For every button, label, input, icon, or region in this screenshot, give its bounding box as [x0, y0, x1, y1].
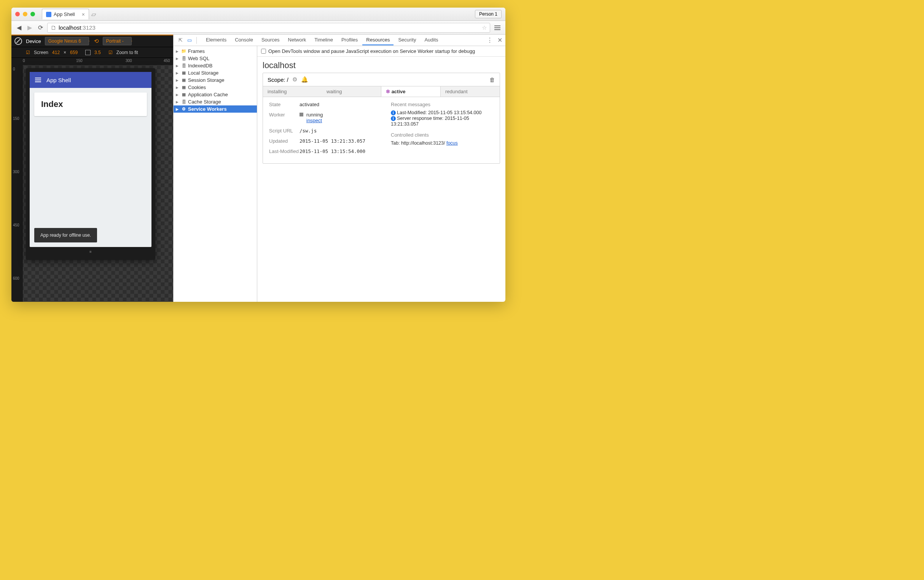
separator — [196, 37, 197, 44]
script-url: /sw.js — [300, 128, 383, 133]
forward-button[interactable]: ▶ — [26, 24, 33, 31]
sw-tab-installing[interactable]: installing — [263, 86, 322, 97]
sw-tab-waiting[interactable]: waiting — [322, 86, 381, 97]
tree-item-application-cache[interactable]: ▶▦Application Cache — [173, 91, 257, 98]
gear-icon[interactable]: ⚙ — [292, 76, 297, 83]
ruler-tick: 150 — [76, 59, 82, 63]
close-window-button[interactable] — [15, 12, 20, 16]
favicon-icon — [46, 12, 51, 17]
maximize-window-button[interactable] — [30, 12, 35, 16]
screen-checkbox[interactable]: ☑ — [26, 50, 30, 55]
sw-tab-active[interactable]: ✲ active — [381, 86, 441, 97]
devtools-tab-sources[interactable]: Sources — [258, 35, 283, 45]
devtools-tab-elements[interactable]: Elements — [202, 35, 230, 45]
bell-icon[interactable]: 🔔 — [301, 76, 308, 83]
app-header: App Shell — [30, 72, 152, 88]
devtools-tab-network[interactable]: Network — [284, 35, 310, 45]
titlebar: App Shell × ▱ Person 1 — [12, 8, 506, 21]
state-label: State — [269, 102, 300, 107]
back-button[interactable]: ◀ — [15, 24, 23, 31]
bookmark-star-icon[interactable]: ☆ — [482, 24, 487, 31]
messages-header: Recent messages — [391, 102, 494, 107]
menu-button[interactable] — [493, 24, 502, 32]
startup-label: Open DevTools window and pause JavaScrip… — [268, 48, 475, 54]
sw-state-tabs: installingwaiting✲ activeredundant — [263, 86, 500, 97]
phone-screen[interactable]: App Shell Index App ready for offline us… — [30, 72, 152, 247]
minimize-window-button[interactable] — [23, 12, 27, 16]
startup-option: Open DevTools window and pause JavaScrip… — [257, 46, 506, 57]
dpr-value[interactable]: 3.5 — [94, 50, 101, 55]
hamburger-icon[interactable] — [35, 77, 41, 82]
device-toolbar: Device Google Nexus 6▲▼ ⟲ Portrait -▲▼ — [12, 35, 173, 47]
tree-item-cookies[interactable]: ▶▦Cookies — [173, 84, 257, 91]
more-icon[interactable]: ⋮ — [487, 36, 493, 44]
ruler-tick: 0 — [23, 59, 25, 63]
sw-tab-redundant[interactable]: redundant — [441, 86, 500, 97]
device-mode-panel: Device Google Nexus 6▲▼ ⟲ Portrait -▲▼ ☑… — [12, 35, 173, 302]
toolbar: ◀ ▶ ⟳ 🗋 localhost:3123 ☆ — [12, 21, 506, 35]
tree-item-web-sql[interactable]: ▶🗄Web SQL — [173, 55, 257, 62]
traffic-lights — [15, 12, 35, 16]
focus-link[interactable]: focus — [446, 140, 458, 146]
screen-width[interactable]: 412 — [52, 50, 60, 55]
browser-window: App Shell × ▱ Person 1 ◀ ▶ ⟳ 🗋 localhost… — [12, 8, 506, 302]
devtools-tab-console[interactable]: Console — [231, 35, 257, 45]
toast: App ready for offline use. — [34, 228, 97, 242]
modified-label: Last-Modified — [269, 148, 300, 154]
sw-detail-left: Stateactivated Workerrunninginspect Scri… — [269, 102, 383, 159]
device-mode-icon[interactable]: ▭ — [186, 36, 193, 44]
devtools-tab-timeline[interactable]: Timeline — [311, 35, 337, 45]
ruler-tick: 450 — [164, 59, 170, 63]
devtools-tab-profiles[interactable]: Profiles — [338, 35, 362, 45]
ruler-tick: 300 — [125, 59, 132, 63]
phone-frame: App Shell Index App ready for offline us… — [26, 68, 155, 260]
scope-label: Scope: / — [267, 76, 288, 83]
zoom-checkbox[interactable]: ☑ — [109, 50, 113, 55]
tab-strip: App Shell × ▱ Person 1 — [42, 9, 502, 20]
devtools-tab-audits[interactable]: Audits — [420, 35, 442, 45]
script-label: Script URL — [269, 128, 300, 133]
profile-button[interactable]: Person 1 — [475, 10, 502, 18]
devtools-actions: ⋮ ✕ — [487, 36, 502, 44]
tree-item-frames[interactable]: ▶📁Frames — [173, 48, 257, 55]
client-row: Tab: http://localhost:3123/ focus — [391, 140, 494, 146]
tab-close-button[interactable]: × — [82, 12, 85, 18]
device-label: Device — [26, 38, 41, 44]
horizontal-ruler: 0 150 300 450 — [12, 58, 173, 65]
updated-value: 2015-11-05 13:21:33.057 — [300, 138, 383, 144]
ruler-tick: 600 — [13, 276, 20, 280]
inspect-link[interactable]: inspect — [306, 118, 322, 123]
tree-item-indexeddb[interactable]: ▶🗄IndexedDB — [173, 62, 257, 69]
devtools-tab-security[interactable]: Security — [394, 35, 420, 45]
message-row: iServer response time: 2015-11-05 13:21:… — [391, 115, 494, 127]
rotate-icon[interactable]: ⟲ — [94, 38, 99, 44]
device-select[interactable]: Google Nexus 6 — [45, 37, 89, 45]
close-devtools-icon[interactable]: ✕ — [497, 36, 502, 44]
orientation-select[interactable]: Portrait - — [103, 37, 132, 45]
tree-item-cache-storage[interactable]: ▶🗄Cache Storage — [173, 98, 257, 105]
modified-value: 2015-11-05 13:15:54.000 — [300, 148, 383, 154]
ruler-tick: 0 — [13, 67, 15, 71]
disable-icon[interactable] — [15, 37, 22, 45]
devtools-body: ▶📁Frames▶🗄Web SQL▶🗄IndexedDB▶▦Local Stor… — [173, 46, 506, 302]
reload-button[interactable]: ⟳ — [36, 24, 44, 31]
devtools-tab-resources[interactable]: Resources — [362, 35, 394, 45]
address-bar[interactable]: 🗋 localhost:3123 ☆ — [47, 23, 490, 33]
info-icon: i — [391, 110, 396, 115]
pause-on-startup-checkbox[interactable] — [261, 49, 266, 54]
trash-icon[interactable]: 🗑 — [489, 76, 495, 83]
details-pane: Open DevTools window and pause JavaScrip… — [257, 46, 506, 302]
inspect-element-icon[interactable]: ⇱ — [176, 36, 184, 44]
tree-item-local-storage[interactable]: ▶▦Local Storage — [173, 69, 257, 76]
new-tab-button[interactable]: ▱ — [91, 11, 96, 18]
browser-tab[interactable]: App Shell × — [42, 9, 89, 20]
tree-item-session-storage[interactable]: ▶▦Session Storage — [173, 76, 257, 84]
stop-icon[interactable] — [300, 113, 303, 117]
devtools-tabs: ElementsConsoleSourcesNetworkTimelinePro… — [202, 35, 442, 45]
screen-height[interactable]: 659 — [70, 50, 77, 55]
devtools-header: ⇱ ▭ ElementsConsoleSourcesNetworkTimelin… — [173, 35, 506, 46]
resources-tree: ▶📁Frames▶🗄Web SQL▶🗄IndexedDB▶▦Local Stor… — [173, 46, 257, 302]
app-title: App Shell — [46, 77, 71, 83]
tree-item-service-workers[interactable]: ▶⚙Service Workers — [173, 105, 257, 113]
url-host: localhost — [59, 24, 81, 31]
